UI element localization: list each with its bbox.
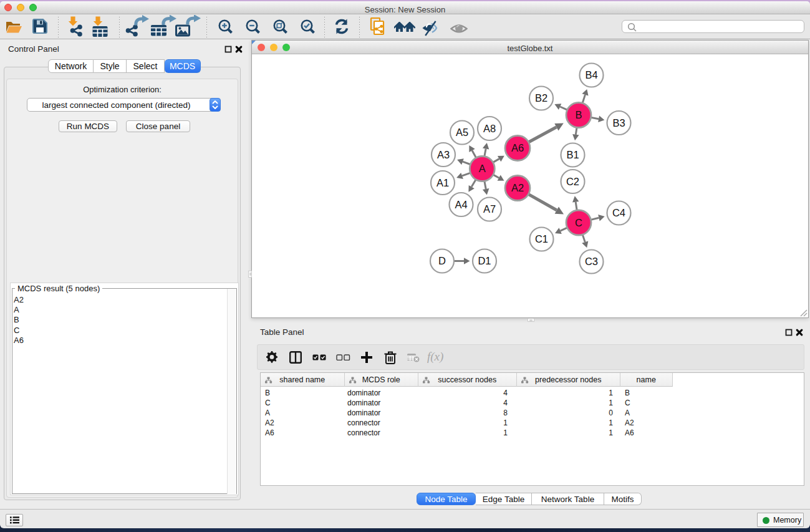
svg-text:f(x): f(x) [427,351,443,364]
svg-text:D: D [438,255,446,266]
svg-text:D1: D1 [478,255,491,266]
svg-text:C: C [575,217,582,228]
svg-text:B3: B3 [612,117,625,128]
svg-text:C1: C1 [535,233,548,244]
svg-text:A8: A8 [483,123,496,134]
svg-text:B2: B2 [535,92,547,104]
svg-text:A7: A7 [483,203,496,215]
svg-text:B: B [575,109,582,120]
svg-text:A: A [479,163,486,174]
svg-text:C2: C2 [566,176,579,187]
svg-text:A3: A3 [437,149,450,160]
svg-text:A6: A6 [511,142,524,153]
svg-text:B1: B1 [566,149,579,160]
svg-text:C4: C4 [612,207,625,218]
svg-text:C3: C3 [585,256,598,267]
svg-text:A5: A5 [456,127,468,138]
svg-text:A2: A2 [511,182,524,193]
svg-text:B4: B4 [585,69,597,80]
svg-text:A4: A4 [455,199,467,210]
svg-text:A1: A1 [436,177,449,188]
